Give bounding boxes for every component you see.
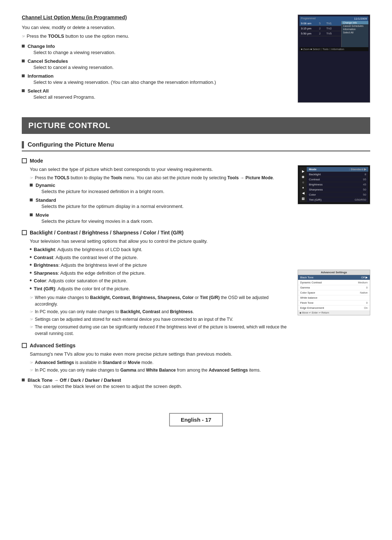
backlight-bullet-4: Sharpness: Adjusts the edge definition o… — [30, 270, 290, 277]
main-content-area: Mode You can select the type of picture … — [22, 158, 370, 395]
channel-item-change-info: Change Info Select to change a viewing r… — [22, 43, 290, 55]
channel-item-information: Information Select to view a viewing res… — [22, 73, 290, 85]
tv-adv-black-tone: Black Tone Off ▶ — [298, 275, 370, 280]
note-icon: ☞ — [22, 34, 25, 38]
information-desc: Select to view a viewing reservation. (Y… — [33, 79, 216, 85]
mode-note-text: Press the TOOLS button to display the To… — [35, 175, 274, 181]
tv-adv-header: Advanced Settings — [298, 270, 370, 275]
backlight-note-2: ☞ In PC mode, you can only make changes … — [30, 308, 290, 315]
dot-bullet-icon — [30, 264, 32, 266]
square-bullet-icon — [22, 89, 25, 92]
mode-label: Mode — [22, 158, 290, 164]
advanced-settings-section: Advanced Settings Samsung's new TVs allo… — [22, 343, 290, 389]
dot-bullet-icon — [30, 272, 32, 274]
pic-icon-3: ☼ — [302, 180, 305, 184]
tv-menu-change-info: Change Info — [342, 21, 368, 24]
backlight-bullet-1: Backlight: Adjusts the brightness of LCD… — [30, 246, 290, 253]
dot-bullet-icon — [30, 248, 32, 250]
mode-note: ☞ Press the TOOLS button to display the … — [30, 175, 290, 181]
tv-adv-dynamic-contrast: Dynamic Contrast Medium — [298, 280, 370, 285]
mode-section: Mode You can select the type of picture … — [22, 158, 290, 224]
section-title-text: Configuring the Picture Menu — [28, 141, 114, 148]
note-icon: ☞ — [30, 175, 33, 181]
tv-adv-footer: ◆ Move ↵ Enter ↩ Return — [298, 311, 370, 315]
page-footer-text: English - 17 — [181, 417, 211, 423]
tv-adv-dynamic-contrast-label: Dynamic Contrast — [300, 281, 322, 284]
tv-menu-information: Information — [342, 28, 368, 31]
mode-sub-bullets: Dynamic Selects the picture for increase… — [30, 182, 290, 224]
backlight-bullet-6: Tint (G/R): Adjusts the color tint of th… — [30, 285, 290, 292]
tv-screenshot-picture: ▶ ◉ ☼ ♦ ◀ ▦ Mode : Standard ▶ Backlight … — [298, 165, 370, 204]
tv-bottom-bar-channel: ■ Zoom ■ Select □ Tools □ Information — [299, 47, 368, 51]
channel-intro-2: ☞ Press the TOOLS button to use the opti… — [22, 33, 290, 40]
tv-pic-mode-label: Mode — [309, 168, 317, 171]
backlight-bullet-2: Contrast: Adjusts the contrast level of … — [30, 254, 290, 261]
movie-desc: Selects the picture for viewing movies i… — [41, 218, 153, 224]
tv-menu-select-all: Select All — [342, 31, 368, 34]
dynamic-label: Dynamic — [36, 183, 55, 188]
tv-pic-backlight-label: Backlight — [309, 173, 320, 176]
note-icon: ☞ — [30, 324, 33, 330]
pic-icon-4: ♦ — [302, 186, 304, 189]
advanced-note-1: ☞ Advanced Settings is available in Stan… — [30, 359, 290, 366]
tv-adv-edge-enhancement: Edge Enhancement On — [298, 306, 370, 311]
cancel-schedules-label: Cancel Schedules — [28, 58, 68, 64]
note-icon: ☞ — [30, 360, 33, 366]
tv-ch-2: 2 — [319, 27, 326, 30]
tv-bottom-bar-text: ■ Zoom ■ Select □ Tools □ Information — [301, 48, 344, 50]
square-bullet-icon — [30, 184, 33, 187]
tv-channel-row-2: 3:15 pm 2 TV2 — [299, 26, 341, 31]
main-text: Mode You can select the type of picture … — [22, 158, 290, 395]
tv-prog-2: TV2 — [326, 27, 340, 30]
tv-adv-flesh-tone: Flesh Tone 0 — [298, 300, 370, 306]
tv-adv-black-tone-value: Off ▶ — [361, 276, 368, 279]
tv-pic-color-row: Color 50 — [307, 192, 368, 197]
tv-channel-row-3: 5:50 pm 2 TV5 — [299, 31, 341, 36]
backlight-note-3: ☞ Settings can be adjusted and stored fo… — [30, 316, 290, 323]
backlight-title: Backlight / Contrast / Brightness / Shar… — [30, 230, 184, 236]
backlight-note-text-1: When you make changes to Backlight, Cont… — [35, 294, 290, 307]
tv-adv-edge-enhancement-label: Edge Enhancement — [300, 306, 324, 310]
movie-label: Movie — [36, 212, 49, 218]
page-footer-inner: English - 17 — [169, 413, 223, 426]
backlight-bullet-text-6: Tint (G/R): Adjusts the color tint of th… — [34, 285, 130, 292]
change-info-desc: Select to change a viewing reservation. — [33, 50, 115, 55]
tv-pic-mode-row: Mode : Standard ▶ — [307, 167, 368, 172]
channel-section: Channel List Option Menu (in Programmed)… — [22, 15, 370, 103]
tv-pic-contrast-label: Contrast — [309, 178, 320, 181]
tv-pic-sharpness-value: 50 — [363, 188, 366, 191]
dot-bullet-icon — [30, 287, 32, 289]
tv-prog-1: TV1 — [326, 22, 340, 25]
tv-time-1: 9:08 am — [301, 22, 319, 25]
tv-adv-dynamic-contrast-value: Medium — [358, 281, 368, 284]
tv-ch-3: 2 — [319, 32, 326, 35]
black-tone-desc: You can select the black level on the sc… — [33, 384, 182, 389]
tv-time-2: 3:15 pm — [301, 27, 319, 30]
tv-adv-flesh-tone-label: Flesh Tone — [300, 301, 314, 304]
change-info-label: Change Info — [28, 44, 55, 49]
checkbox-icon — [22, 158, 27, 163]
channel-text: Channel List Option Menu (in Programmed)… — [22, 15, 290, 103]
channel-list-title: Channel List Option Menu (in Programmed) — [22, 15, 290, 20]
tv-pic-contrast-row: Contrast 95 — [307, 177, 368, 182]
backlight-desc: Your television has several setting opti… — [30, 238, 290, 245]
tv-pic-color-label: Color — [309, 193, 316, 196]
backlight-bullet-text-4: Sharpness: Adjusts the edge definition o… — [34, 270, 146, 277]
section-title-bar-icon — [22, 141, 24, 148]
tv-pic-contrast-value: 95 — [363, 178, 366, 181]
tv-ch-1: 5 — [319, 22, 326, 25]
note-icon: ☞ — [30, 367, 33, 373]
pic-icon-1: ▶ — [302, 169, 305, 173]
mode-standard: Standard Selects the picture for the opt… — [30, 197, 290, 209]
note-icon: ☞ — [30, 316, 33, 323]
picture-control-header: PICTURE CONTROL — [22, 117, 370, 134]
screenshots-column: ▶ ◉ ☼ ♦ ◀ ▦ Mode : Standard ▶ Backlight … — [298, 158, 370, 395]
tv-adv-black-tone-label: Black Tone — [300, 276, 314, 279]
tv-adv-gamma-label: Gamma — [300, 286, 310, 289]
square-bullet-icon — [30, 199, 33, 201]
tv-top-bar: Programmed 11/1/2009 — [299, 16, 368, 21]
backlight-note-text-3: Settings can be adjusted and stored for … — [35, 316, 233, 323]
advanced-settings-desc: Samsung's new TVs allow you to make even… — [30, 351, 290, 358]
tv-adv-edge-enhancement-value: On — [364, 306, 368, 310]
dynamic-desc: Selects the picture for increased defini… — [41, 189, 164, 194]
